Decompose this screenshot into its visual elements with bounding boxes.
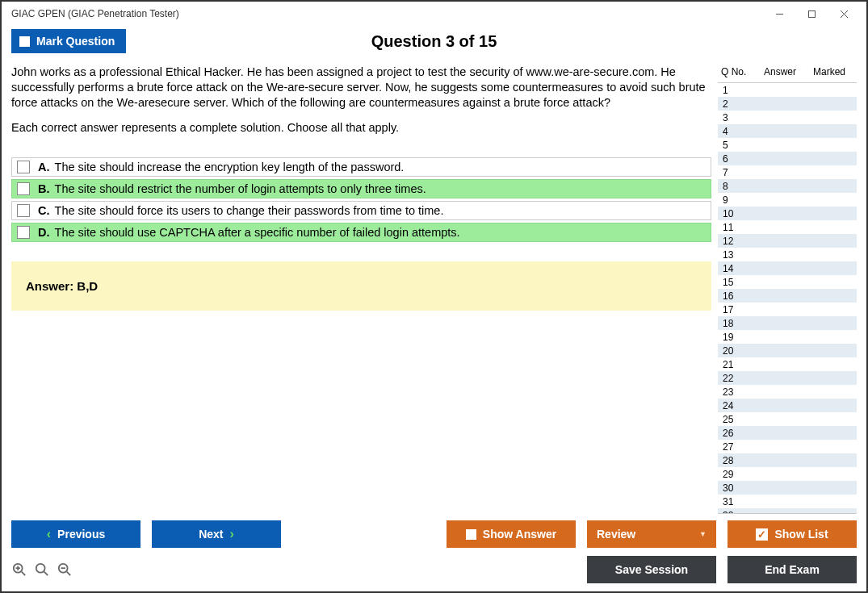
question-list-row[interactable]: 2 (718, 97, 857, 111)
option-checkbox[interactable] (17, 226, 30, 239)
option-text: D. The site should use CAPTCHA after a s… (38, 226, 460, 239)
close-button[interactable] (828, 2, 860, 25)
option-row-b[interactable]: B. The site should restrict the number o… (11, 179, 711, 198)
window-title: GIAC GPEN (GIAC Penetration Tester) (11, 8, 763, 19)
question-list-row[interactable]: 21 (718, 357, 857, 371)
question-list-row[interactable]: 24 (718, 399, 857, 412)
question-list-row[interactable]: 13 (718, 248, 857, 261)
window-controls (763, 2, 860, 25)
question-number: 8 (723, 181, 747, 192)
question-list-row[interactable]: 11 (718, 220, 857, 234)
question-list-row[interactable]: 29 (718, 467, 857, 481)
show-answer-label: Show Answer (483, 528, 556, 541)
question-list-row[interactable]: 18 (718, 316, 857, 330)
option-checkbox[interactable] (17, 204, 30, 217)
question-list-row[interactable]: 9 (718, 193, 857, 207)
previous-button[interactable]: ‹ Previous (11, 520, 140, 548)
question-list-row[interactable]: 7 (718, 165, 857, 179)
list-header: Q No. Answer Marked (718, 65, 857, 82)
question-number: 27 (723, 441, 747, 453)
question-paragraph-1: John works as a professional Ethical Hac… (11, 65, 711, 111)
maximize-button[interactable] (795, 2, 828, 25)
question-number: 4 (723, 126, 747, 137)
triangle-down-icon: ▼ (699, 530, 707, 538)
zoom-out-icon[interactable] (57, 562, 73, 578)
question-list-row[interactable]: 19 (718, 330, 857, 344)
question-list-row[interactable]: 10 (718, 207, 857, 220)
end-exam-label: End Exam (765, 563, 820, 576)
question-list-row[interactable]: 28 (718, 453, 857, 467)
question-number: 7 (723, 167, 747, 178)
options-list: A. The site should increase the encrypti… (11, 157, 711, 242)
question-list-row[interactable]: 20 (718, 344, 857, 357)
question-paragraph-2: Each correct answer represents a complet… (11, 120, 711, 136)
question-number: 24 (723, 400, 747, 411)
question-number: 32 (723, 510, 747, 515)
question-list-row[interactable]: 8 (718, 179, 857, 193)
option-checkbox[interactable] (17, 161, 30, 173)
nav-row-1: ‹ Previous Next › Show Answer Review ▼ (11, 520, 857, 548)
question-list-row[interactable]: 26 (718, 426, 857, 440)
svg-point-8 (36, 564, 45, 573)
review-dropdown[interactable]: Review ▼ (587, 520, 716, 548)
option-text: A. The site should increase the encrypti… (38, 161, 404, 173)
question-number: 17 (723, 304, 747, 315)
question-list-row[interactable]: 31 (718, 495, 857, 508)
end-exam-button[interactable]: End Exam (728, 556, 857, 583)
question-list-row[interactable]: 17 (718, 303, 857, 316)
question-number: 20 (723, 345, 747, 357)
minimize-button[interactable] (763, 2, 795, 25)
question-pane: John works as a professional Ethical Hac… (11, 65, 711, 514)
mark-question-button[interactable]: Mark Question (11, 29, 126, 53)
option-text: B. The site should restrict the number o… (38, 182, 426, 195)
question-list-row[interactable]: 15 (718, 275, 857, 289)
show-list-button[interactable]: ✓ Show List (728, 520, 857, 548)
zoom-in-icon[interactable] (11, 562, 27, 578)
question-list-row[interactable]: 1 (718, 83, 857, 97)
svg-line-11 (67, 572, 71, 576)
save-session-button[interactable]: Save Session (587, 556, 716, 583)
question-list-row[interactable]: 14 (718, 261, 857, 275)
question-list-row[interactable]: 6 (718, 152, 857, 165)
question-list-row[interactable]: 16 (718, 289, 857, 303)
question-number: 9 (723, 194, 747, 206)
previous-label: Previous (57, 528, 105, 541)
question-number: 12 (723, 236, 747, 247)
question-number: 11 (723, 222, 747, 233)
zoom-reset-icon[interactable] (34, 562, 50, 578)
show-answer-button[interactable]: Show Answer (447, 520, 576, 548)
question-number: 29 (723, 469, 747, 480)
square-icon (466, 529, 476, 540)
option-row-d[interactable]: D. The site should use CAPTCHA after a s… (11, 223, 711, 242)
question-number: 3 (723, 112, 747, 123)
question-list-row[interactable]: 5 (718, 138, 857, 152)
chevron-right-icon: › (230, 528, 234, 541)
question-list-row[interactable]: 12 (718, 234, 857, 248)
question-list-row[interactable]: 3 (718, 111, 857, 124)
next-button[interactable]: Next › (152, 520, 281, 548)
body-row: John works as a professional Ethical Hac… (11, 65, 857, 514)
question-list-row[interactable]: 32 (718, 508, 857, 514)
question-number: 19 (723, 332, 747, 343)
question-list-pane: Q No. Answer Marked 12345678910111213141… (718, 65, 857, 514)
question-list-row[interactable]: 23 (718, 385, 857, 399)
app-window: GIAC GPEN (GIAC Penetration Tester) Mark… (0, 0, 868, 593)
question-number: 26 (723, 428, 747, 439)
question-list-row[interactable]: 22 (718, 371, 857, 385)
question-list[interactable]: 1234567891011121314151617181920212223242… (718, 82, 857, 514)
content-area: Mark Question Question 3 of 15 John work… (2, 26, 866, 591)
option-checkbox[interactable] (17, 182, 30, 195)
question-list-row[interactable]: 25 (718, 412, 857, 426)
question-number: 10 (723, 208, 747, 219)
question-number: 13 (723, 249, 747, 261)
col-answer: Answer (753, 66, 807, 77)
option-row-a[interactable]: A. The site should increase the encrypti… (11, 157, 711, 177)
answer-box: Answer: B,D (11, 261, 711, 311)
col-qno: Q No. (721, 66, 753, 77)
option-row-c[interactable]: C. The site should force its users to ch… (11, 201, 711, 220)
question-list-row[interactable]: 27 (718, 440, 857, 453)
question-list-row[interactable]: 30 (718, 481, 857, 495)
question-list-row[interactable]: 4 (718, 124, 857, 138)
question-number: 25 (723, 414, 747, 425)
question-number: 18 (723, 318, 747, 329)
